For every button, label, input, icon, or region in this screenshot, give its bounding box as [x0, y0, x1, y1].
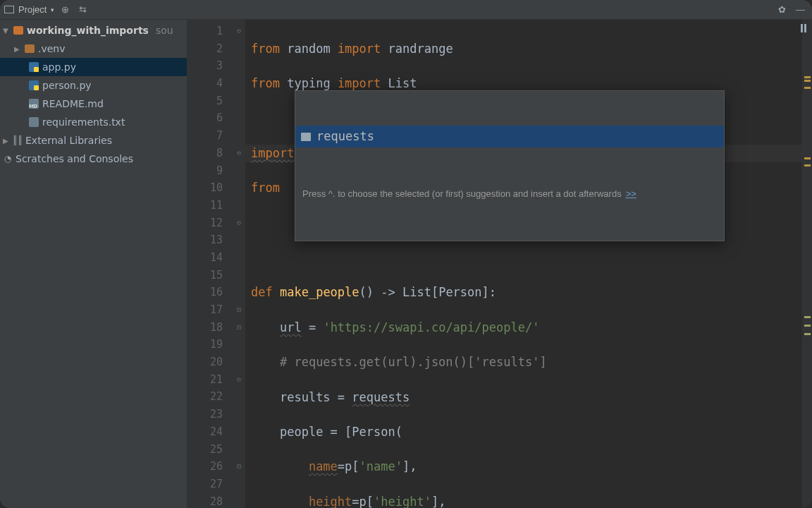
line-number: 17 [210, 303, 223, 316]
line-number: 10 [210, 181, 223, 194]
tree-item-label: Scratches and Consoles [16, 153, 133, 164]
code-token: randrange [388, 42, 453, 56]
tree-root[interactable]: ▼ working_with_imports sou [0, 21, 187, 40]
code-token: ], [431, 495, 445, 508]
editor-marker-strip[interactable] [802, 20, 812, 508]
expand-arrow-icon[interactable]: ▶ [14, 45, 21, 53]
fold-marker-icon[interactable]: ⊖ [237, 214, 241, 232]
tree-item-person[interactable]: person.py [0, 76, 187, 95]
code-token: import [251, 146, 294, 160]
code-token: = [302, 320, 324, 334]
code-editor[interactable]: 1⊖ 2 3 4 5 6 7 8⊖ 9 10 11 12⊖ 13 14 15 1… [187, 20, 812, 508]
warning-marker[interactable] [804, 333, 811, 335]
line-number: 22 [210, 390, 223, 403]
code-token: import [338, 76, 381, 90]
code-token: random [287, 42, 330, 56]
tree-item-venv[interactable]: ▶ .venv [0, 40, 187, 58]
project-tree[interactable]: ▼ working_with_imports sou ▶ .venv app.p… [0, 20, 187, 508]
tree-item-label: requirements.txt [42, 116, 125, 128]
libraries-icon: ║║ [13, 135, 23, 145]
folder-icon [25, 44, 35, 53]
line-number: 6 [216, 111, 223, 124]
project-label[interactable]: Project ▾ [4, 4, 54, 15]
code-token: # requests.get(url).json()['results'] [280, 355, 547, 369]
expand-arrow-icon[interactable]: ▼ [3, 27, 10, 35]
completion-next-tip-icon[interactable]: >> [626, 186, 636, 203]
warning-marker[interactable] [804, 164, 811, 167]
line-number: 13 [210, 234, 223, 246]
line-number: 3 [216, 59, 223, 72]
line-number: 18 [210, 321, 223, 334]
line-number: 4 [216, 77, 223, 90]
code-token: results = [280, 390, 352, 404]
tree-item-label: README.md [42, 98, 104, 109]
hide-icon[interactable]: — [793, 3, 808, 16]
code-token: List [388, 76, 417, 90]
code-token: 'name' [359, 459, 402, 473]
code-token: =p[ [338, 459, 359, 473]
code-token: people = [Person( [280, 425, 402, 439]
line-number: 16 [210, 286, 223, 298]
code-token: def [251, 285, 273, 299]
warning-marker[interactable] [804, 76, 811, 78]
line-number: 23 [210, 408, 223, 421]
python-file-icon [29, 62, 39, 72]
tree-scratches[interactable]: ◔ Scratches and Consoles [0, 150, 187, 168]
line-number-gutter[interactable]: 1⊖ 2 3 4 5 6 7 8⊖ 9 10 11 12⊖ 13 14 15 1… [187, 20, 245, 508]
tree-item-app[interactable]: app.py [0, 58, 187, 76]
line-number: 20 [210, 356, 223, 368]
completion-item[interactable]: requests [295, 126, 724, 147]
code-token: () -> List[Person]: [359, 285, 496, 299]
warning-marker[interactable] [804, 325, 811, 327]
line-number: 21 [210, 373, 223, 386]
warning-marker[interactable] [804, 316, 811, 318]
line-number: 7 [216, 129, 223, 142]
code-token: =p[ [352, 495, 374, 508]
expand-all-icon[interactable]: ⇆ [76, 3, 87, 16]
line-number: 15 [210, 269, 223, 282]
code-token: from [251, 42, 280, 56]
line-number: 12 [210, 217, 223, 229]
python-file-icon [29, 80, 39, 90]
warning-marker[interactable] [804, 157, 811, 159]
select-opened-file-icon[interactable]: ⊕ [59, 3, 72, 16]
line-number: 9 [216, 164, 223, 177]
text-file-icon [29, 117, 39, 127]
line-number: 26 [210, 460, 223, 473]
fold-marker-icon[interactable]: ⊟ [237, 301, 241, 319]
line-number: 5 [216, 95, 223, 107]
line-number: 28 [210, 495, 223, 508]
project-icon [4, 6, 14, 13]
code-token: from [251, 76, 280, 90]
code-token: ], [402, 459, 417, 473]
fold-marker-icon[interactable]: ⊟ [237, 319, 241, 337]
fold-marker-icon[interactable]: ⊟ [237, 458, 241, 476]
folder-icon [13, 26, 23, 35]
pause-icon[interactable] [801, 24, 809, 32]
fold-marker-icon[interactable]: ⊖ [237, 145, 241, 162]
code-content[interactable]: from random import randrange from typing… [245, 20, 802, 508]
fold-marker-icon[interactable]: ⊖ [237, 23, 241, 40]
line-number: 2 [216, 42, 223, 55]
tree-item-readme[interactable]: README.md [0, 95, 187, 113]
tree-item-label: .venv [38, 43, 66, 54]
code-token: url [280, 320, 302, 334]
warning-marker[interactable] [804, 80, 811, 82]
markdown-file-icon [29, 99, 39, 109]
fold-marker-icon[interactable]: ⊖ [237, 371, 241, 389]
completion-popup[interactable]: requests Press ^. to choose the selected… [295, 90, 725, 241]
code-token: make_people [280, 285, 359, 299]
code-token: 'https://swapi.co/api/people/' [323, 320, 539, 334]
tree-root-label: working_with_imports [27, 25, 149, 36]
expand-arrow-icon[interactable]: ▶ [3, 137, 10, 145]
line-number: 1 [216, 25, 223, 37]
settings-icon[interactable]: ✿ [775, 3, 789, 16]
warning-marker[interactable] [804, 87, 811, 89]
tree-external-libraries[interactable]: ▶ ║║ External Libraries [0, 131, 187, 150]
tree-item-label: app.py [42, 61, 76, 73]
code-token: typing [287, 76, 330, 90]
tree-item-requirements[interactable]: requirements.txt [0, 113, 187, 131]
completion-hint-text: Press ^. to choose the selected (or firs… [302, 186, 622, 203]
chevron-down-icon: ▾ [51, 6, 54, 13]
tool-window-header: Project ▾ ⊕ ⇆ ✿ — [0, 0, 812, 20]
